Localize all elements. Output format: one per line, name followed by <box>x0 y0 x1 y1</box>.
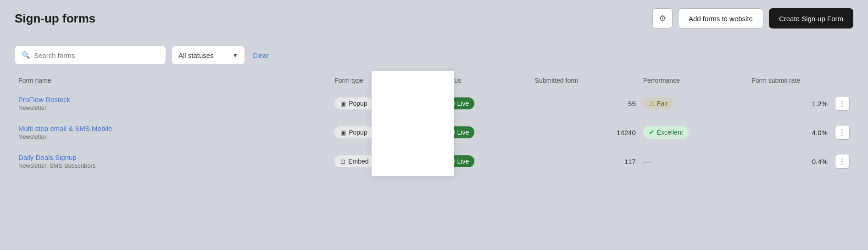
more-actions-button[interactable]: ⋮ <box>835 154 850 169</box>
form-type-cell: ▣Popup <box>331 118 439 147</box>
type-icon: ▣ <box>340 129 346 136</box>
form-performance-cell: ⚠Fair <box>640 89 748 118</box>
col-header-rate: Form submit rate <box>748 71 831 89</box>
form-name-link[interactable]: Multi-step email & SMS Mobile <box>18 125 327 132</box>
form-name-cell: Daily Deals Signup Newsletter, SMS Subsc… <box>15 147 331 176</box>
status-dropdown-label: All statuses <box>178 51 214 59</box>
form-performance-cell: — <box>640 147 748 176</box>
form-status-cell: Live <box>440 118 531 147</box>
form-name-link[interactable]: ProFlow Restock <box>18 96 327 103</box>
table-row: ProFlow Restock Newsletter ▣PopupLive55⚠… <box>15 89 853 118</box>
rate-value: 1.2% <box>812 100 828 108</box>
filters-bar: 🔍 All statuses ▼ Clear <box>0 37 868 71</box>
col-header-performance: Performance <box>640 71 748 89</box>
form-name-cell: Multi-step email & SMS Mobile Newsletter <box>15 118 331 147</box>
gear-icon: ⚙ <box>659 13 666 23</box>
form-sub-label: Newsletter, SMS Subscribers <box>18 162 95 169</box>
status-live-badge: Live <box>443 155 475 167</box>
form-type-badge: ▣Popup <box>334 97 373 109</box>
form-sub-label: Newsletter <box>18 104 46 111</box>
form-name-link[interactable]: Daily Deals Signup <box>18 153 327 161</box>
live-dot-icon <box>449 100 455 107</box>
form-type-badge: ⊡Embed <box>334 155 374 167</box>
create-form-button[interactable]: Create Sign-up Form <box>769 8 853 28</box>
performance-dash: — <box>643 157 651 166</box>
gear-button[interactable]: ⚙ <box>652 8 673 28</box>
performance-badge: ⚠Fair <box>643 97 673 110</box>
clear-button[interactable]: Clear <box>250 51 271 59</box>
type-icon: ⊡ <box>340 158 345 165</box>
col-header-name: Form name <box>15 71 331 89</box>
chevron-down-icon: ▼ <box>232 52 238 59</box>
submitted-value: 117 <box>624 158 636 165</box>
status-dropdown[interactable]: All statuses ▼ <box>172 45 245 65</box>
forms-table: Form name Form type Status Submitted for… <box>15 71 853 176</box>
status-live-badge: Live <box>443 126 475 138</box>
form-rate-cell: 1.2% <box>748 89 831 118</box>
form-status-cell: Live <box>440 147 531 176</box>
form-rate-cell: 4.0% <box>748 118 831 147</box>
page-header: Sign-up forms ⚙ Add forms to website Cre… <box>0 0 868 37</box>
form-type-cell: ⊡Embed <box>331 147 439 176</box>
form-submitted-cell: 14240 <box>531 118 640 147</box>
form-status-cell: Live <box>440 89 531 118</box>
search-input[interactable] <box>34 51 159 59</box>
form-submitted-cell: 117 <box>531 147 640 176</box>
col-header-submitted: Submitted form <box>531 71 640 89</box>
form-rate-cell: 0.4% <box>748 147 831 176</box>
more-actions-button[interactable]: ⋮ <box>835 125 850 140</box>
col-header-type: Form type <box>331 71 439 89</box>
rate-value: 0.4% <box>812 158 828 165</box>
form-name-cell: ProFlow Restock Newsletter <box>15 89 331 118</box>
status-live-badge: Live <box>443 97 475 109</box>
warning-icon: ⚠ <box>649 99 655 108</box>
forms-table-container: Form name Form type Status Submitted for… <box>0 71 868 176</box>
performance-badge: ✔Excellent <box>643 126 689 139</box>
form-actions-cell: ⋮ <box>831 89 853 118</box>
form-submitted-cell: 55 <box>531 89 640 118</box>
add-forms-button[interactable]: Add forms to website <box>678 8 763 28</box>
table-header-row: Form name Form type Status Submitted for… <box>15 71 853 89</box>
form-sub-label: Newsletter <box>18 133 46 140</box>
col-header-actions <box>831 71 853 89</box>
form-type-badge: ▣Popup <box>334 126 373 138</box>
submitted-value: 55 <box>628 100 636 108</box>
page-title: Sign-up forms <box>15 11 95 26</box>
rate-value: 4.0% <box>812 129 828 136</box>
header-actions: ⚙ Add forms to website Create Sign-up Fo… <box>652 8 853 28</box>
more-actions-button[interactable]: ⋮ <box>835 96 850 111</box>
table-row: Multi-step email & SMS Mobile Newsletter… <box>15 118 853 147</box>
form-actions-cell: ⋮ <box>831 118 853 147</box>
search-icon: 🔍 <box>22 51 30 59</box>
form-actions-cell: ⋮ <box>831 147 853 176</box>
type-icon: ▣ <box>340 100 346 107</box>
form-performance-cell: ✔Excellent <box>640 118 748 147</box>
col-header-status: Status <box>440 71 531 89</box>
live-dot-icon <box>449 158 455 165</box>
search-box[interactable]: 🔍 <box>15 45 166 65</box>
table-row: Daily Deals Signup Newsletter, SMS Subsc… <box>15 147 853 176</box>
form-type-cell: ▣Popup <box>331 89 439 118</box>
live-dot-icon <box>449 129 455 136</box>
check-icon: ✔ <box>649 128 655 136</box>
submitted-value: 14240 <box>617 129 636 136</box>
